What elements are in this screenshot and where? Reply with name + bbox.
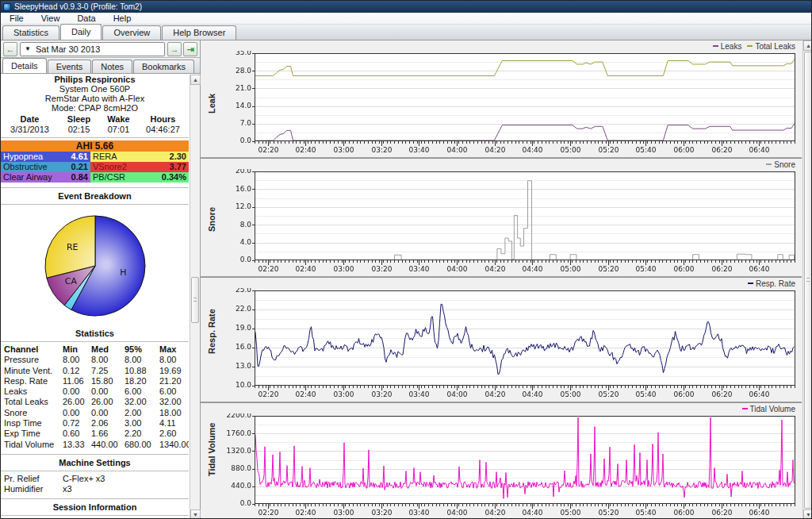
event-index-row: Obstructive0.21VSnore23.77 <box>1 162 189 172</box>
legend-label: Snore <box>774 160 795 169</box>
snore-chart: Snore Snore <box>201 159 802 276</box>
event-index-cell: Obstructive0.21 <box>1 162 90 172</box>
snore-legend-dash-icon <box>766 163 772 165</box>
chevron-down-icon: ▼ <box>25 45 31 52</box>
pie-chart-canvas <box>16 207 174 326</box>
menu-file[interactable]: File <box>1 13 33 25</box>
stats-row: Tidal Volume13.33440.00680.001340.00 <box>4 440 189 450</box>
date-navigation: ← ▼ Sat Mar 30 2013 → ⇥ <box>1 40 200 58</box>
subtab-bookmarks[interactable]: Bookmarks <box>133 60 194 73</box>
session-header: Hours <box>138 114 189 125</box>
last-day-button[interactable]: ⇥ <box>183 42 197 56</box>
tidal-volume-chart-canvas[interactable] <box>201 413 802 519</box>
tidal-volume-legend-dash-icon <box>742 408 748 409</box>
title-bar[interactable]: SleepyHead v0.9.3-0 (Profile: Tom2) <box>1 1 812 13</box>
resp-rate-legend: Resp. Rate <box>748 279 795 288</box>
app-icon <box>3 3 11 11</box>
event-value: 4.61 <box>71 152 88 162</box>
date-label: Sat Mar 30 2013 <box>36 44 100 54</box>
event-label: PB/CSR <box>93 172 125 183</box>
scroll-up-icon[interactable]: ▲ <box>190 75 201 85</box>
machine-setting-row: Pr. ReliefC-Flex+ x3 <box>4 474 189 484</box>
snore-chart-canvas[interactable] <box>201 169 802 276</box>
scrollbar-thumb[interactable] <box>191 277 199 323</box>
stats-row: Minute Vent.0.127.2510.8819.69 <box>4 366 189 376</box>
scrollbar-thumb[interactable] <box>804 52 812 509</box>
tab-statistics[interactable]: Statistics <box>2 25 59 40</box>
session-times-table: DateSleepWakeHours3/31/201302:1507:0104:… <box>1 114 189 135</box>
details-scrollbar[interactable]: ▲ ▼ <box>190 75 200 519</box>
window-title: SleepyHead v0.9.3-0 (Profile: Tom2) <box>14 2 142 11</box>
session-value: 07:01 <box>100 125 138 135</box>
device-maker: Philips Respironics <box>1 75 189 84</box>
leaks-legend-dash-icon <box>713 45 718 47</box>
event-value: 0.21 <box>71 162 88 172</box>
session-value: 3/31/2013 <box>2 125 59 135</box>
menu-bar: FileViewDataHelp <box>1 13 812 25</box>
tab-help-browser[interactable]: Help Browser <box>162 25 236 40</box>
event-label: Hypopnea <box>3 152 43 162</box>
menu-view[interactable]: View <box>33 13 69 25</box>
event-value: 2.30 <box>170 152 186 162</box>
leak-chart-canvas[interactable] <box>201 51 802 157</box>
statistics-heading: Statistics <box>1 328 189 339</box>
scroll-up-icon[interactable]: ▲ <box>803 40 812 51</box>
subtab-notes[interactable]: Notes <box>92 60 132 73</box>
resp-rate-legend-dash-icon <box>748 283 753 284</box>
event-label: Clear Airway <box>3 172 52 183</box>
event-index-row: Clear Airway0.84PB/CSR0.34% <box>1 172 189 183</box>
session-value: 04:46:27 <box>138 125 189 135</box>
charts-scrollbar[interactable]: ▲ ▼ <box>802 40 812 519</box>
stats-row: Resp. Rate11.0615.8018.2021.20 <box>4 376 189 386</box>
scroll-down-icon[interactable]: ▼ <box>803 509 812 519</box>
detail-tab-bar: DetailsEventsNotesBookmarks <box>1 58 200 74</box>
divider <box>1 137 189 138</box>
legend-label: Leaks <box>721 42 742 51</box>
scroll-down-icon[interactable]: ▼ <box>190 509 201 519</box>
event-breakdown-pie <box>1 207 189 328</box>
menu-help[interactable]: Help <box>105 13 140 25</box>
stats-row: Exp Time0.601.662.202.60 <box>4 429 189 439</box>
divider <box>1 471 189 471</box>
subtab-details[interactable]: Details <box>2 58 47 73</box>
event-index-row: Hypopnea4.61RERA2.30 <box>1 152 189 162</box>
device-series: System One 560P <box>1 84 189 94</box>
left-panel: ← ▼ Sat Mar 30 2013 → ⇥ DetailsEventsNot… <box>1 40 201 519</box>
sleepyhead-window: SleepyHead v0.9.3-0 (Profile: Tom2) File… <box>0 0 812 519</box>
resp-rate-chart: Resp. Rate Resp. Rate <box>201 278 802 402</box>
snore-legend: Snore <box>766 160 795 169</box>
stats-row: Leaks0.000.006.006.00 <box>4 386 189 397</box>
subtab-events[interactable]: Events <box>48 60 92 73</box>
divider <box>1 454 189 455</box>
stats-row: Total Leaks26.0026.0032.0032.00 <box>4 397 189 407</box>
tab-daily[interactable]: Daily <box>60 24 102 40</box>
legend-label: Resp. Rate <box>756 279 795 288</box>
tab-overview[interactable]: Overview <box>102 25 161 40</box>
divider <box>1 187 189 188</box>
machine-setting-row: Humidifierx3 <box>4 484 189 494</box>
event-index-cell: Clear Airway0.84 <box>1 172 90 183</box>
divider <box>1 515 189 516</box>
prev-day-button[interactable]: ← <box>3 42 17 56</box>
session-value: 02:15 <box>59 125 100 135</box>
machine-settings-heading: Machine Settings <box>1 457 189 468</box>
event-label: RERA <box>93 152 117 162</box>
device-mode: Mode: CPAP 8cmH2O <box>1 103 189 113</box>
resp-rate-chart-canvas[interactable] <box>201 288 802 402</box>
event-label: VSnore2 <box>93 162 127 172</box>
event-index-cell: PB/CSR0.34% <box>90 172 189 183</box>
session-information-heading: Session Information <box>1 502 189 513</box>
charts-panel: Leaks Total Leaks Leak Snore Snore Resp.… <box>201 40 812 519</box>
next-day-button[interactable]: → <box>167 42 182 56</box>
divider <box>1 498 189 499</box>
event-index-table: Hypopnea4.61RERA2.30Obstructive0.21VSnor… <box>1 152 189 183</box>
date-dropdown[interactable]: ▼ Sat Mar 30 2013 <box>20 42 165 56</box>
total-leaks-legend-dash-icon <box>747 45 753 47</box>
leak-chart: Leaks Total Leaks Leak <box>201 40 802 157</box>
stats-row: Insp Time0.722.063.004.11 <box>4 418 189 429</box>
event-index-cell: VSnore23.77 <box>90 162 189 172</box>
legend-label: Tidal Volume <box>750 405 795 413</box>
stats-row: Snore0.000.002.0018.00 <box>4 408 189 418</box>
event-index-cell: RERA2.30 <box>90 152 189 162</box>
menu-data[interactable]: Data <box>68 13 104 25</box>
